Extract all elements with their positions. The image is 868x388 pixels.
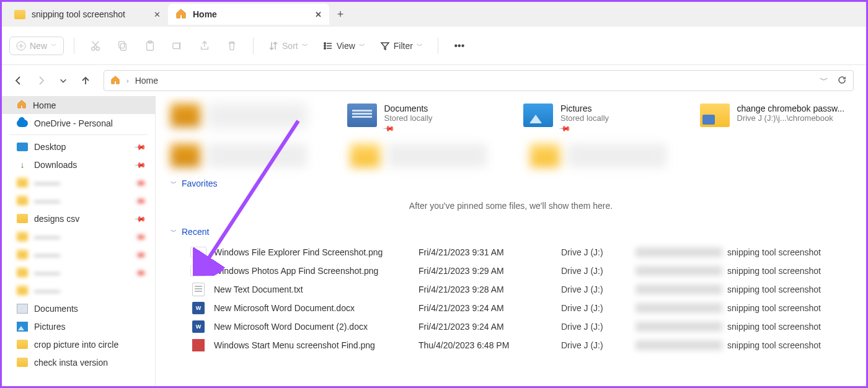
word-icon: W bbox=[192, 320, 205, 333]
folder-icon bbox=[17, 358, 28, 367]
file-date: Fri/4/21/2023 9:28 AM bbox=[418, 284, 561, 294]
sidebar-item-blurred[interactable]: ——— bbox=[2, 281, 155, 299]
chevron-down-icon[interactable]: ﹀ bbox=[820, 75, 828, 86]
favorites-header[interactable]: ﹀ Favorites bbox=[170, 179, 851, 188]
view-button[interactable]: View ﹀ bbox=[318, 37, 370, 55]
file-tag: snipping tool screenshot bbox=[727, 266, 821, 276]
folder-icon bbox=[17, 268, 28, 277]
recent-list: Windows File Explorer Find Screenshot.pn… bbox=[170, 243, 851, 355]
sidebar-label: ——— bbox=[34, 250, 60, 260]
quick-item-chromebook[interactable]: change chromebok passw... Drive J (J:)\j… bbox=[700, 104, 852, 133]
sidebar-item-blurred[interactable]: ——— 📌 bbox=[2, 227, 155, 245]
recent-dropdown[interactable] bbox=[54, 71, 73, 90]
sidebar: Home OneDrive - Personal Desktop 📌 ↓ Dow… bbox=[2, 96, 156, 388]
chevron-down-icon: ﹀ bbox=[170, 227, 177, 236]
pin-icon: 📌 bbox=[134, 248, 147, 261]
forward-button[interactable] bbox=[32, 71, 50, 90]
separator bbox=[9, 134, 148, 135]
new-tab-button[interactable]: + bbox=[329, 8, 352, 21]
chevron-down-icon: ﹀ bbox=[170, 179, 177, 188]
file-path-blurred bbox=[636, 284, 722, 294]
sidebar-item-pictures[interactable]: Pictures bbox=[2, 317, 155, 335]
filter-label: Filter bbox=[394, 41, 413, 51]
quick-item-pictures[interactable]: Pictures Stored locally 📌 bbox=[523, 104, 675, 133]
quick-item-blurred[interactable] bbox=[530, 144, 685, 167]
file-row[interactable]: WNew Microsoft Word Document (2).docxFri… bbox=[170, 317, 851, 336]
svg-point-8 bbox=[324, 42, 326, 43]
sidebar-item-onedrive[interactable]: OneDrive - Personal bbox=[2, 114, 155, 132]
file-row[interactable]: Windows File Explorer Find Screenshot.pn… bbox=[170, 243, 851, 262]
sidebar-item-blurred[interactable]: ——— 📌 bbox=[2, 245, 155, 263]
sidebar-item-crop[interactable]: crop picture into circle bbox=[2, 335, 155, 353]
cut-icon[interactable] bbox=[84, 35, 107, 57]
paste-icon[interactable] bbox=[139, 35, 161, 57]
home-icon bbox=[17, 100, 27, 110]
folder-icon bbox=[17, 286, 28, 295]
filter-button[interactable]: Filter ﹀ bbox=[375, 37, 428, 55]
delete-icon[interactable] bbox=[221, 35, 243, 57]
sidebar-item-documents[interactable]: Documents bbox=[2, 299, 155, 317]
file-tag: snipping tool screenshot bbox=[727, 303, 821, 313]
sidebar-label: ——— bbox=[34, 232, 60, 242]
text-icon bbox=[192, 283, 205, 296]
more-icon[interactable]: ••• bbox=[448, 35, 471, 57]
address-bar[interactable]: › Home ﹀ bbox=[104, 70, 854, 91]
pin-icon: 📌 bbox=[134, 176, 147, 189]
toolbar: New ﹀ Sort ﹀ View ﹀ Filter ﹀ ••• bbox=[2, 27, 866, 65]
sidebar-item-blurred[interactable]: ——— 📌 bbox=[2, 263, 155, 281]
view-label: View bbox=[337, 41, 355, 51]
pin-icon: 📌 bbox=[134, 158, 147, 171]
folder-icon bbox=[17, 178, 28, 187]
quick-title: Documents bbox=[384, 104, 433, 113]
file-row[interactable]: WNew Microsoft Word Document.docxFri/4/2… bbox=[170, 299, 851, 317]
refresh-icon[interactable] bbox=[837, 75, 847, 87]
pin-icon: 📌 bbox=[383, 122, 396, 135]
sidebar-item-downloads[interactable]: ↓ Downloads 📌 bbox=[2, 156, 155, 174]
rename-icon[interactable] bbox=[166, 35, 188, 57]
tab-snipping[interactable]: snipping tool screenshot ✕ bbox=[7, 4, 168, 25]
sidebar-item-home[interactable]: Home bbox=[2, 96, 155, 114]
sidebar-item-blurred[interactable]: ——— 📌 bbox=[2, 174, 155, 192]
share-icon[interactable] bbox=[193, 35, 216, 57]
sidebar-label: Home bbox=[33, 100, 56, 110]
file-name: Windows File Explorer Find Screenshot.pn… bbox=[214, 247, 418, 257]
pin-icon: 📌 bbox=[559, 122, 572, 135]
quick-item-blurred[interactable] bbox=[170, 144, 326, 167]
file-tag: snipping tool screenshot bbox=[727, 247, 821, 257]
chevron-down-icon: ﹀ bbox=[417, 42, 423, 50]
file-path-blurred bbox=[636, 303, 722, 313]
quick-item-blurred[interactable] bbox=[170, 104, 322, 133]
sidebar-item-desktop[interactable]: Desktop 📌 bbox=[2, 138, 155, 156]
sidebar-label: OneDrive - Personal bbox=[34, 118, 113, 128]
file-name: Windows Start Menu screenshot Find.png bbox=[214, 340, 418, 350]
close-icon[interactable]: ✕ bbox=[154, 10, 161, 19]
sidebar-item-check[interactable]: check insta version bbox=[2, 353, 155, 371]
sidebar-item-designs[interactable]: designs csv 📌 bbox=[2, 209, 155, 227]
file-name: New Microsoft Word Document.docx bbox=[214, 303, 418, 313]
recent-header[interactable]: ﹀ Recent bbox=[170, 227, 851, 237]
new-button[interactable]: New ﹀ bbox=[9, 37, 64, 55]
sort-button[interactable]: Sort ﹀ bbox=[264, 37, 313, 55]
file-row[interactable]: New Text Document.txtFri/4/21/2023 9:28 … bbox=[170, 280, 851, 299]
desktop-icon bbox=[17, 143, 28, 151]
folder-icon bbox=[17, 196, 28, 205]
quick-item-documents[interactable]: Documents Stored locally 📌 bbox=[347, 104, 499, 133]
close-icon[interactable]: ✕ bbox=[315, 10, 322, 19]
file-row[interactable]: Windows Photos App Find Screenshot.pngFr… bbox=[170, 262, 851, 280]
quick-item-blurred[interactable] bbox=[350, 144, 505, 167]
folder-icon bbox=[17, 232, 28, 241]
image-icon bbox=[190, 265, 206, 276]
sidebar-label: designs csv bbox=[34, 214, 79, 224]
sidebar-item-blurred[interactable]: ——— 📌 bbox=[2, 192, 155, 209]
back-button[interactable] bbox=[9, 71, 28, 90]
sidebar-label: Documents bbox=[34, 304, 78, 314]
quick-sub: Stored locally bbox=[560, 113, 609, 123]
svg-point-9 bbox=[324, 45, 326, 46]
svg-rect-7 bbox=[173, 43, 180, 48]
up-button[interactable] bbox=[76, 71, 95, 90]
pictures-icon bbox=[17, 322, 28, 332]
file-row[interactable]: Windows Start Menu screenshot Find.pngTh… bbox=[170, 336, 851, 355]
file-location: Drive J (J:) bbox=[561, 284, 636, 294]
copy-icon[interactable] bbox=[112, 35, 134, 57]
tab-home[interactable]: Home ✕ bbox=[168, 4, 329, 25]
